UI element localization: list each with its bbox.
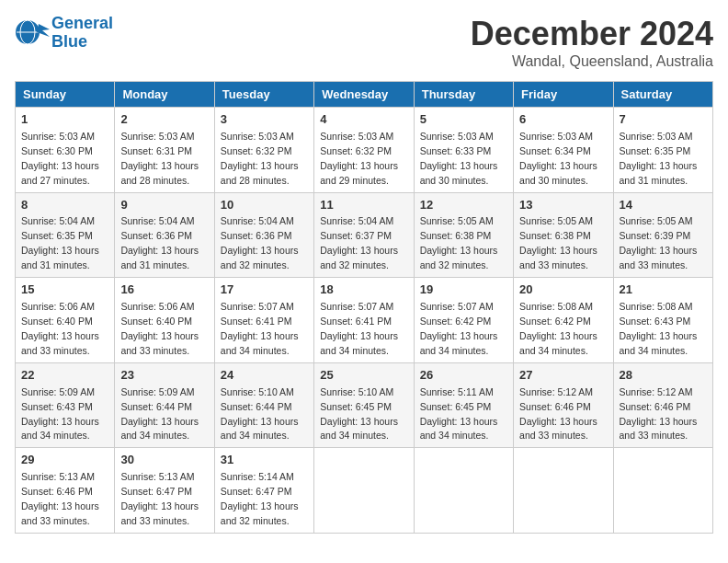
day-number: 27 [519, 367, 607, 385]
calendar-cell: 31Sunrise: 5:14 AMSunset: 6:47 PMDayligh… [214, 448, 313, 534]
calendar-cell: 6Sunrise: 5:03 AMSunset: 6:34 PMDaylight… [514, 108, 613, 193]
day-number: 14 [620, 197, 707, 214]
cell-sunrise: Sunrise: 5:13 AMSunset: 6:46 PMDaylight:… [21, 471, 99, 526]
cell-sunrise: Sunrise: 5:11 AMSunset: 6:45 PMDaylight:… [420, 386, 498, 442]
day-number: 9 [120, 197, 208, 214]
day-number: 28 [620, 367, 707, 385]
day-number: 24 [221, 367, 308, 385]
day-number: 17 [221, 282, 308, 299]
day-number: 22 [21, 367, 108, 385]
week-row-2: 8Sunrise: 5:04 AMSunset: 6:35 PMDaylight… [16, 192, 713, 278]
day-number: 12 [420, 197, 507, 214]
calendar-cell: 14Sunrise: 5:05 AMSunset: 6:39 PMDayligh… [613, 192, 712, 278]
calendar-cell: 7Sunrise: 5:03 AMSunset: 6:35 PMDaylight… [613, 108, 712, 193]
logo-text2: Blue [51, 33, 113, 52]
cell-sunrise: Sunrise: 5:07 AMSunset: 6:41 PMDaylight:… [221, 301, 299, 356]
calendar-cell: 27Sunrise: 5:12 AMSunset: 6:46 PMDayligh… [514, 362, 613, 448]
day-number: 16 [120, 282, 208, 299]
calendar-cell: 29Sunrise: 5:13 AMSunset: 6:46 PMDayligh… [16, 448, 115, 534]
calendar-cell [613, 448, 712, 534]
page-header: General Blue December 2024 Wandal, Queen… [15, 15, 713, 70]
day-number: 20 [519, 282, 607, 299]
cell-sunrise: Sunrise: 5:03 AMSunset: 6:30 PMDaylight:… [21, 131, 99, 186]
calendar-cell: 17Sunrise: 5:07 AMSunset: 6:41 PMDayligh… [214, 278, 313, 363]
cell-sunrise: Sunrise: 5:05 AMSunset: 6:38 PMDaylight:… [519, 215, 597, 270]
calendar-cell: 25Sunrise: 5:10 AMSunset: 6:45 PMDayligh… [314, 362, 414, 448]
day-header-tuesday: Tuesday [214, 82, 313, 108]
cell-sunrise: Sunrise: 5:03 AMSunset: 6:35 PMDaylight:… [620, 131, 698, 186]
day-number: 15 [21, 282, 108, 299]
day-number: 26 [420, 367, 507, 385]
cell-sunrise: Sunrise: 5:08 AMSunset: 6:42 PMDaylight:… [519, 301, 597, 356]
day-number: 7 [620, 111, 707, 129]
cell-sunrise: Sunrise: 5:06 AMSunset: 6:40 PMDaylight:… [21, 301, 99, 356]
day-number: 1 [21, 111, 108, 129]
cell-sunrise: Sunrise: 5:09 AMSunset: 6:44 PMDaylight:… [120, 386, 199, 442]
calendar-cell: 21Sunrise: 5:08 AMSunset: 6:43 PMDayligh… [613, 278, 712, 363]
cell-sunrise: Sunrise: 5:03 AMSunset: 6:33 PMDaylight:… [420, 131, 498, 186]
cell-sunrise: Sunrise: 5:05 AMSunset: 6:39 PMDaylight:… [620, 215, 698, 270]
calendar-cell: 5Sunrise: 5:03 AMSunset: 6:33 PMDaylight… [414, 108, 513, 193]
calendar-cell: 23Sunrise: 5:09 AMSunset: 6:44 PMDayligh… [115, 362, 214, 448]
logo: General Blue [15, 15, 113, 52]
logo-icon [15, 17, 51, 50]
cell-sunrise: Sunrise: 5:14 AMSunset: 6:47 PMDaylight:… [221, 471, 299, 526]
cell-sunrise: Sunrise: 5:13 AMSunset: 6:47 PMDaylight:… [120, 471, 199, 526]
day-number: 6 [519, 111, 607, 129]
day-number: 23 [120, 367, 208, 385]
day-header-wednesday: Wednesday [314, 82, 414, 108]
calendar-body: 1Sunrise: 5:03 AMSunset: 6:30 PMDaylight… [16, 108, 713, 534]
day-header-saturday: Saturday [613, 82, 712, 108]
cell-sunrise: Sunrise: 5:04 AMSunset: 6:36 PMDaylight:… [120, 215, 199, 270]
week-row-5: 29Sunrise: 5:13 AMSunset: 6:46 PMDayligh… [16, 448, 713, 534]
calendar-cell: 2Sunrise: 5:03 AMSunset: 6:31 PMDaylight… [115, 108, 214, 193]
week-row-4: 22Sunrise: 5:09 AMSunset: 6:43 PMDayligh… [16, 362, 713, 448]
cell-sunrise: Sunrise: 5:04 AMSunset: 6:35 PMDaylight:… [21, 215, 99, 270]
calendar-cell: 8Sunrise: 5:04 AMSunset: 6:35 PMDaylight… [16, 192, 115, 278]
calendar-cell: 20Sunrise: 5:08 AMSunset: 6:42 PMDayligh… [514, 278, 613, 363]
cell-sunrise: Sunrise: 5:09 AMSunset: 6:43 PMDaylight:… [21, 386, 99, 442]
cell-sunrise: Sunrise: 5:12 AMSunset: 6:46 PMDaylight:… [620, 386, 698, 442]
day-number: 19 [420, 282, 507, 299]
calendar-cell: 18Sunrise: 5:07 AMSunset: 6:41 PMDayligh… [314, 278, 414, 363]
calendar-cell: 24Sunrise: 5:10 AMSunset: 6:44 PMDayligh… [214, 362, 313, 448]
cell-sunrise: Sunrise: 5:06 AMSunset: 6:40 PMDaylight:… [120, 301, 199, 356]
calendar-cell: 22Sunrise: 5:09 AMSunset: 6:43 PMDayligh… [16, 362, 115, 448]
calendar-cell: 26Sunrise: 5:11 AMSunset: 6:45 PMDayligh… [414, 362, 513, 448]
calendar-cell [314, 448, 414, 534]
day-number: 18 [320, 282, 407, 299]
calendar-cell: 11Sunrise: 5:04 AMSunset: 6:37 PMDayligh… [314, 192, 414, 278]
week-row-3: 15Sunrise: 5:06 AMSunset: 6:40 PMDayligh… [16, 278, 713, 363]
day-number: 30 [120, 452, 208, 469]
cell-sunrise: Sunrise: 5:03 AMSunset: 6:34 PMDaylight:… [519, 131, 597, 186]
calendar-cell: 4Sunrise: 5:03 AMSunset: 6:32 PMDaylight… [314, 108, 414, 193]
day-number: 11 [320, 197, 407, 214]
day-number: 31 [221, 452, 308, 469]
location: Wandal, Queensland, Australia [471, 53, 713, 70]
month-title: December 2024 [471, 15, 713, 53]
day-number: 2 [120, 111, 208, 129]
day-header-thursday: Thursday [414, 82, 513, 108]
cell-sunrise: Sunrise: 5:05 AMSunset: 6:38 PMDaylight:… [420, 215, 498, 270]
cell-sunrise: Sunrise: 5:07 AMSunset: 6:42 PMDaylight:… [420, 301, 498, 356]
cell-sunrise: Sunrise: 5:03 AMSunset: 6:32 PMDaylight:… [221, 131, 299, 186]
day-number: 4 [320, 111, 407, 129]
cell-sunrise: Sunrise: 5:12 AMSunset: 6:46 PMDaylight:… [519, 386, 597, 442]
calendar-header-row: SundayMondayTuesdayWednesdayThursdayFrid… [16, 82, 713, 108]
cell-sunrise: Sunrise: 5:07 AMSunset: 6:41 PMDaylight:… [320, 301, 398, 356]
day-number: 25 [320, 367, 407, 385]
calendar-cell: 30Sunrise: 5:13 AMSunset: 6:47 PMDayligh… [115, 448, 214, 534]
calendar-cell [414, 448, 513, 534]
calendar-cell: 3Sunrise: 5:03 AMSunset: 6:32 PMDaylight… [214, 108, 313, 193]
cell-sunrise: Sunrise: 5:04 AMSunset: 6:36 PMDaylight:… [221, 215, 299, 270]
calendar-cell: 9Sunrise: 5:04 AMSunset: 6:36 PMDaylight… [115, 192, 214, 278]
calendar-cell: 10Sunrise: 5:04 AMSunset: 6:36 PMDayligh… [214, 192, 313, 278]
cell-sunrise: Sunrise: 5:10 AMSunset: 6:44 PMDaylight:… [221, 386, 299, 442]
calendar-cell: 12Sunrise: 5:05 AMSunset: 6:38 PMDayligh… [414, 192, 513, 278]
cell-sunrise: Sunrise: 5:03 AMSunset: 6:32 PMDaylight:… [320, 131, 398, 186]
cell-sunrise: Sunrise: 5:10 AMSunset: 6:45 PMDaylight:… [320, 386, 398, 442]
day-number: 5 [420, 111, 507, 129]
day-number: 21 [620, 282, 707, 299]
calendar-cell: 15Sunrise: 5:06 AMSunset: 6:40 PMDayligh… [16, 278, 115, 363]
cell-sunrise: Sunrise: 5:04 AMSunset: 6:37 PMDaylight:… [320, 215, 398, 270]
